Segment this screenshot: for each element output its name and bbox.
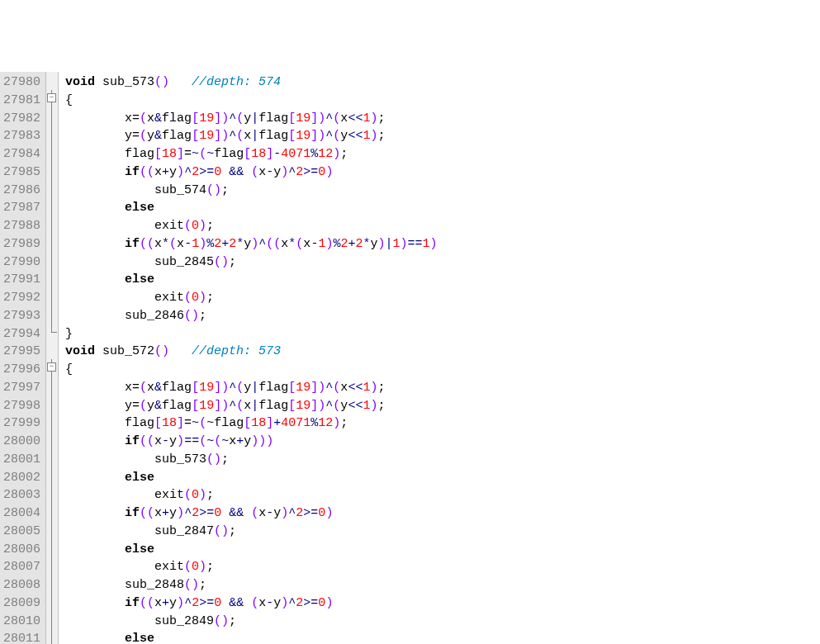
token-ix: 1	[423, 237, 430, 251]
token-paren: ()	[214, 614, 229, 628]
token-paren: [	[244, 416, 251, 430]
token-paren: (	[140, 129, 147, 143]
token-op: >=	[199, 596, 214, 610]
token-paren: [	[288, 381, 296, 395]
code-line[interactable]: x=(x&flag[19])^(y|flag[19])^(x<<1);	[65, 379, 438, 397]
code-line[interactable]: if((x+y)^2>=0 && (x-y)^2>=0)	[65, 163, 438, 182]
token-paren: (	[140, 399, 147, 413]
code-line[interactable]: sub_574();	[65, 182, 438, 200]
token-op: <<	[348, 381, 363, 395]
token-ix: 2	[192, 596, 199, 610]
token-paren: ((	[140, 596, 154, 610]
token-cm: //depth: 573	[192, 344, 281, 358]
code-line[interactable]: x=(x&flag[19])^(y|flag[19])^(x<<1);	[65, 110, 438, 128]
token-paren: )	[318, 129, 325, 143]
token-op: |	[251, 111, 258, 125]
code-line[interactable]: exit(0);	[65, 486, 438, 504]
token-paren: (	[184, 219, 192, 233]
token-semi: ;	[377, 111, 385, 125]
code-line[interactable]: void sub_573() //depth: 574	[65, 73, 438, 92]
token-eq: =	[132, 129, 140, 143]
token-ix: 4071	[281, 416, 310, 430]
token-paren: [	[154, 416, 162, 430]
token-paren: )	[251, 237, 258, 251]
fold-gutter[interactable]: −−	[46, 72, 59, 644]
code-line[interactable]: y=(y&flag[19])^(x|flag[19])^(y<<1);	[65, 127, 438, 145]
token-paren: )	[378, 237, 386, 251]
token-paren: ]	[214, 381, 221, 395]
token-cm: //depth: 574	[192, 75, 281, 89]
token-paren: [	[192, 111, 199, 125]
code-line[interactable]: sub_2847();	[65, 523, 438, 541]
code-line[interactable]: flag[18]=~(~flag[18]+4071%12);	[65, 414, 438, 433]
code-line[interactable]: sub_2846();	[65, 307, 438, 325]
token-op: >=	[199, 506, 214, 520]
token-id: x	[244, 399, 251, 413]
token-id: y	[147, 129, 154, 143]
token-op: -	[184, 237, 192, 251]
token-op: &&	[229, 596, 244, 610]
token-kw: void	[65, 75, 95, 89]
token-kw: void	[65, 344, 95, 358]
token-op: ~	[206, 434, 214, 448]
token-fn: exit	[154, 219, 184, 233]
code-line[interactable]: else	[65, 271, 438, 289]
code-line[interactable]: else	[65, 199, 438, 217]
code-line[interactable]: sub_2848();	[65, 576, 438, 594]
code-line[interactable]: exit(0);	[65, 217, 438, 235]
token-ix: 19	[199, 129, 214, 143]
token-paren: ]	[177, 147, 184, 161]
token-op: <<	[348, 111, 363, 125]
code-line[interactable]: else	[65, 469, 438, 487]
code-line[interactable]: sub_2849();	[65, 613, 438, 631]
token-kw: else	[125, 272, 154, 286]
fold-toggle[interactable]: −	[47, 362, 56, 372]
code-line[interactable]: {	[65, 361, 438, 379]
code-line[interactable]: else	[65, 541, 438, 559]
code-line[interactable]: }	[65, 325, 438, 343]
token-op: %	[310, 416, 318, 430]
token-paren: ()	[206, 183, 221, 197]
code-line[interactable]: if((x+y)^2>=0 && (x-y)^2>=0)	[65, 504, 438, 523]
token-paren: ()	[214, 524, 229, 538]
code-editor[interactable]: 2798027981279822798327984279852798627987…	[0, 72, 820, 644]
line-number: 27997	[3, 379, 40, 397]
code-line[interactable]: if((x+y)^2>=0 && (x-y)^2>=0)	[65, 594, 438, 613]
fold-toggle[interactable]: −	[47, 93, 56, 102]
line-number: 27989	[3, 235, 40, 253]
code-line[interactable]: exit(0);	[65, 558, 438, 576]
token-op: ==	[408, 237, 423, 251]
code-line[interactable]: if((x*(x-1)%2+2*y)^((x*(x-1)%2+2*y)|1)==…	[65, 235, 438, 253]
token-paren: [	[288, 129, 296, 143]
token-semi: ;	[340, 416, 348, 430]
code-line[interactable]: exit(0);	[65, 289, 438, 307]
token-fn: exit	[154, 488, 184, 502]
token-paren: [	[154, 147, 162, 161]
code-area[interactable]: void sub_573() //depth: 574{ x=(x&flag[1…	[59, 72, 438, 644]
code-line[interactable]: sub_2845();	[65, 253, 438, 272]
code-line[interactable]: flag[18]=~(~flag[18]-4071%12);	[65, 145, 438, 163]
token-id: y	[147, 399, 154, 413]
token-eq: =	[184, 416, 192, 430]
code-line[interactable]: y=(y&flag[19])^(x|flag[19])^(y<<1);	[65, 397, 438, 415]
code-line[interactable]: else	[65, 630, 438, 644]
token-paren: )	[199, 488, 206, 502]
token-paren: ]	[310, 129, 318, 143]
token-op: &	[154, 381, 162, 395]
token-kw: if	[125, 237, 140, 251]
code-line[interactable]: if((x-y)==(~(~x+y)))	[65, 433, 438, 451]
token-id: flag	[162, 381, 192, 395]
token-op: -	[266, 596, 273, 610]
code-line[interactable]: void sub_572() //depth: 573	[65, 343, 438, 361]
code-line[interactable]: {	[65, 92, 438, 110]
code-line[interactable]: sub_573();	[65, 451, 438, 469]
token-paren: )	[177, 434, 184, 448]
token-ix: 2	[229, 237, 236, 251]
token-paren: ()	[214, 255, 229, 269]
token-op: *	[288, 237, 296, 251]
token-paren: ))	[251, 434, 266, 448]
token-op: ^	[229, 129, 236, 143]
token-paren: (	[199, 434, 206, 448]
token-paren: ((	[140, 237, 154, 251]
token-paren: (	[251, 506, 258, 520]
